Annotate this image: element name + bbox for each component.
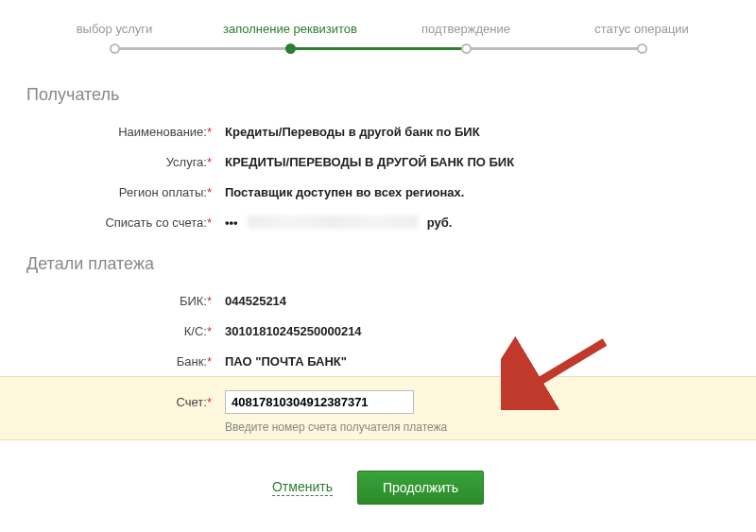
account-input[interactable]: [225, 390, 414, 414]
row-ks: К/С:* 30101810245250000214: [26, 316, 730, 346]
required-marker: *: [207, 155, 212, 169]
recipient-section-title: Получатель: [26, 85, 730, 105]
actions-bar: Отменить Продолжить: [26, 471, 730, 505]
required-marker: *: [207, 395, 212, 409]
step-label: статус операции: [594, 22, 689, 36]
required-marker: *: [207, 125, 212, 139]
step-label: подтверждение: [421, 22, 510, 36]
value-bank: ПАО "ПОЧТА БАНК": [225, 354, 347, 369]
value-name: Кредиты/Переводы в другой банк по БИК: [225, 125, 480, 139]
account-hint: Введите номер счета получателя платежа: [225, 420, 730, 434]
value-debit-masked: •••: [225, 215, 238, 230]
payment-details-section-title: Детали платежа: [26, 254, 730, 274]
required-marker: *: [207, 185, 212, 199]
required-marker: *: [207, 324, 212, 338]
step-circle-icon: [461, 43, 472, 54]
label-ks: К/С:: [184, 324, 207, 338]
value-bik: 044525214: [225, 294, 286, 308]
continue-button[interactable]: Продолжить: [357, 471, 484, 505]
row-region: Регион оплаты:* Поставщик доступен во вс…: [26, 177, 730, 207]
label-bank: Банк:: [177, 354, 207, 369]
step-circle-icon: [285, 43, 296, 54]
cancel-button[interactable]: Отменить: [272, 479, 333, 496]
label-name: Наименование:: [118, 125, 207, 139]
row-bank: Банк:* ПАО "ПОЧТА БАНК": [26, 346, 730, 376]
value-debit-currency: руб.: [427, 215, 453, 230]
step-circle-icon: [110, 43, 120, 54]
step-circle-icon: [637, 43, 647, 54]
row-name: Наименование:* Кредиты/Переводы в другой…: [26, 116, 730, 146]
label-service: Услуга:: [166, 155, 207, 169]
required-marker: *: [207, 215, 212, 230]
row-service: Услуга:* КРЕДИТЫ/ПЕРЕВОДЫ В ДРУГОЙ БАНК …: [26, 146, 730, 177]
required-marker: *: [207, 354, 212, 369]
step-label: выбор услуги: [77, 22, 153, 36]
debit-blurred-region: [248, 215, 418, 229]
step-label: заполнение реквизитов: [223, 22, 357, 36]
label-debit: Списать со счета:: [105, 215, 207, 230]
label-bik: БИК:: [180, 294, 207, 308]
label-account: Счет:: [177, 395, 207, 409]
value-ks: 30101810245250000214: [225, 324, 362, 338]
value-service: КРЕДИТЫ/ПЕРЕВОДЫ В ДРУГОЙ БАНК ПО БИК: [225, 155, 514, 169]
value-region: Поставщик доступен во всех регионах.: [225, 185, 464, 199]
label-region: Регион оплаты:: [119, 185, 207, 199]
row-debit-account: Списать со счета:* ••• руб.: [26, 207, 730, 237]
account-highlight-row: Счет:* Введите номер счета получателя пл…: [0, 376, 756, 440]
stepper: выбор услуги заполнение реквизитов подтв…: [26, 19, 730, 57]
required-marker: *: [207, 294, 212, 308]
row-bik: БИК:* 044525214: [26, 285, 730, 316]
